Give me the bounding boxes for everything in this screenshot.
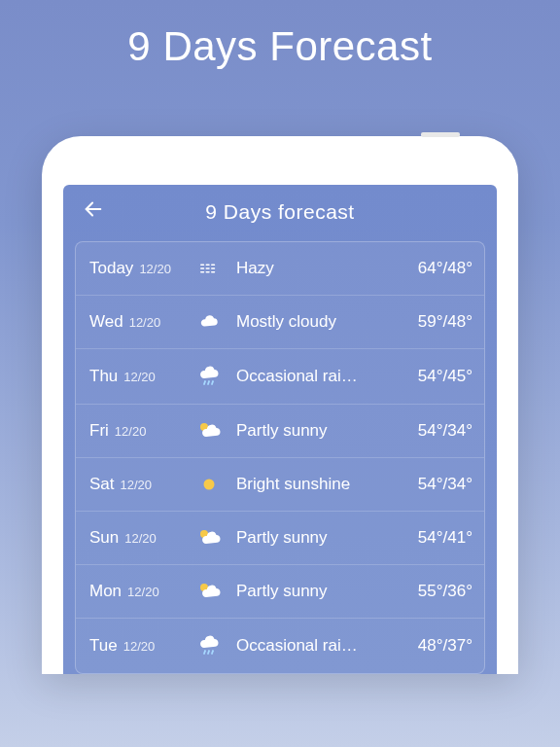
partly-weather-icon [192, 527, 227, 549]
condition-text: Bright sunshine [227, 475, 401, 494]
forecast-row[interactable]: Thu12/20Occasional rai…54°/45° [76, 349, 484, 405]
day-date: 12/20 [123, 370, 156, 384]
condition-text: Partly sunny [227, 582, 401, 601]
condition-text: Hazy [227, 259, 401, 278]
svg-line-6 [212, 381, 213, 384]
partly-weather-icon [192, 420, 227, 442]
svg-line-5 [208, 381, 209, 384]
temperature-range: 54°/41° [401, 528, 472, 548]
condition-text: Partly sunny [227, 528, 401, 548]
rain-weather-icon [192, 634, 227, 658]
day-column: Fri12/20 [89, 421, 192, 441]
forecast-row[interactable]: Tue12/20Occasional rai…48°/37° [76, 619, 484, 673]
lo-temp: 48° [447, 259, 472, 277]
day-date: 12/20 [127, 585, 159, 599]
cloudy-weather-icon [192, 311, 227, 333]
haze-weather-icon [192, 258, 227, 279]
svg-line-4 [204, 381, 205, 384]
hi-temp: 54° [418, 367, 443, 385]
lo-temp: 34° [447, 475, 472, 493]
day-name: Sun [89, 528, 119, 548]
svg-line-11 [204, 651, 205, 654]
forecast-row[interactable]: Sun12/20Partly sunny54°/41° [76, 512, 484, 565]
temperature-range: 54°/34° [401, 475, 472, 494]
hi-temp: 54° [418, 528, 443, 547]
hi-temp: 54° [418, 475, 443, 493]
forecast-row[interactable]: Today12/20Hazy64°/48° [76, 242, 484, 296]
day-column: Mon12/20 [89, 582, 192, 601]
day-date: 12/20 [129, 315, 161, 330]
day-date: 12/20 [115, 424, 147, 439]
day-column: Wed12/20 [89, 312, 192, 332]
lo-temp: 48° [447, 312, 472, 331]
power-button-graphic [421, 132, 460, 137]
day-column: Today12/20 [89, 259, 192, 278]
forecast-panel: Today12/20Hazy64°/48°Wed12/20Mostly clou… [75, 241, 485, 674]
day-name: Sat [89, 475, 115, 494]
day-column: Sat12/20 [89, 475, 192, 494]
lo-temp: 36° [447, 582, 472, 600]
tablet-frame: 9 Days forecast Today12/20Hazy64°/48°Wed… [42, 136, 518, 674]
temperature-range: 54°/34° [401, 421, 472, 441]
forecast-row[interactable]: Fri12/20Partly sunny54°/34° [76, 405, 484, 458]
hi-temp: 55° [418, 582, 443, 600]
condition-text: Occasional rai… [227, 636, 401, 656]
temperature-range: 54°/45° [401, 367, 472, 386]
temperature-range: 59°/48° [401, 312, 472, 332]
lo-temp: 37° [447, 636, 472, 655]
day-name: Wed [89, 312, 123, 332]
app-title: 9 Days forecast [83, 200, 477, 224]
day-name: Thu [89, 367, 118, 386]
day-date: 12/20 [124, 531, 157, 546]
lo-temp: 41° [447, 528, 472, 547]
condition-text: Occasional rai… [227, 367, 401, 386]
forecast-row[interactable]: Wed12/20Mostly cloudy59°/48° [76, 296, 484, 349]
svg-line-12 [208, 651, 209, 654]
rain-weather-icon [192, 365, 227, 388]
hi-temp: 59° [418, 312, 443, 331]
hi-temp: 48° [418, 636, 443, 655]
day-name: Mon [89, 582, 122, 601]
hi-temp: 54° [418, 421, 443, 440]
day-name: Today [89, 259, 133, 278]
hi-temp: 64° [418, 259, 443, 277]
partly-weather-icon [192, 581, 227, 602]
day-date: 12/20 [139, 262, 171, 276]
day-name: Tue [89, 636, 118, 656]
temperature-range: 55°/36° [401, 582, 472, 601]
day-date: 12/20 [121, 478, 153, 492]
condition-text: Partly sunny [227, 421, 401, 441]
condition-text: Mostly cloudy [227, 312, 401, 332]
sunny-weather-icon [192, 474, 227, 495]
forecast-row[interactable]: Mon12/20Partly sunny55°/36° [76, 565, 484, 619]
lo-temp: 45° [447, 367, 472, 385]
day-column: Tue12/20 [89, 636, 192, 656]
day-column: Sun12/20 [89, 528, 192, 548]
day-date: 12/20 [123, 639, 156, 654]
lo-temp: 34° [447, 421, 472, 440]
promo-title: 9 Days Forecast [0, 23, 560, 70]
day-name: Fri [89, 421, 109, 441]
app-screen: 9 Days forecast Today12/20Hazy64°/48°Wed… [63, 185, 497, 674]
back-arrow-icon[interactable] [83, 198, 104, 226]
svg-point-8 [204, 480, 215, 490]
svg-line-13 [212, 651, 213, 654]
temperature-range: 64°/48° [401, 259, 472, 278]
temperature-range: 48°/37° [401, 636, 472, 656]
app-header: 9 Days forecast [63, 185, 497, 237]
day-column: Thu12/20 [89, 367, 192, 386]
forecast-row[interactable]: Sat12/20Bright sunshine54°/34° [76, 458, 484, 512]
